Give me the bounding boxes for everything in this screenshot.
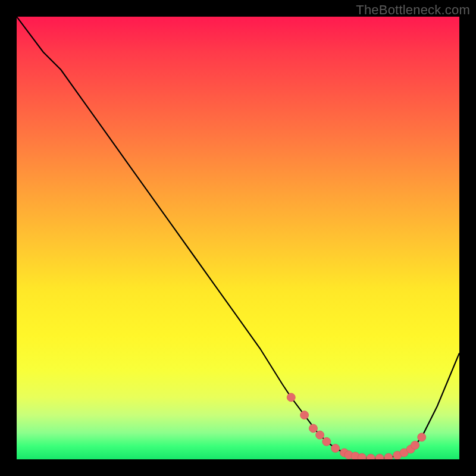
curve-dots: [287, 393, 425, 459]
curve-dot: [287, 393, 295, 402]
curve-dot: [316, 431, 324, 439]
chart-frame: TheBottleneck.com: [0, 0, 476, 476]
curve-dot: [309, 424, 317, 433]
bottleneck-curve: [17, 17, 459, 459]
watermark-text: TheBottleneck.com: [356, 2, 470, 18]
gradient-plot-area: [17, 17, 459, 459]
curve-line: [17, 17, 459, 459]
curve-dot: [384, 453, 393, 459]
curve-dot: [300, 411, 309, 419]
curve-dot: [367, 454, 375, 459]
curve-dot: [331, 444, 340, 452]
curve-dot: [358, 453, 366, 459]
curve-dot: [411, 441, 419, 449]
curve-dot: [418, 433, 426, 441]
curve-dot: [375, 454, 384, 459]
curve-dot: [322, 437, 331, 446]
